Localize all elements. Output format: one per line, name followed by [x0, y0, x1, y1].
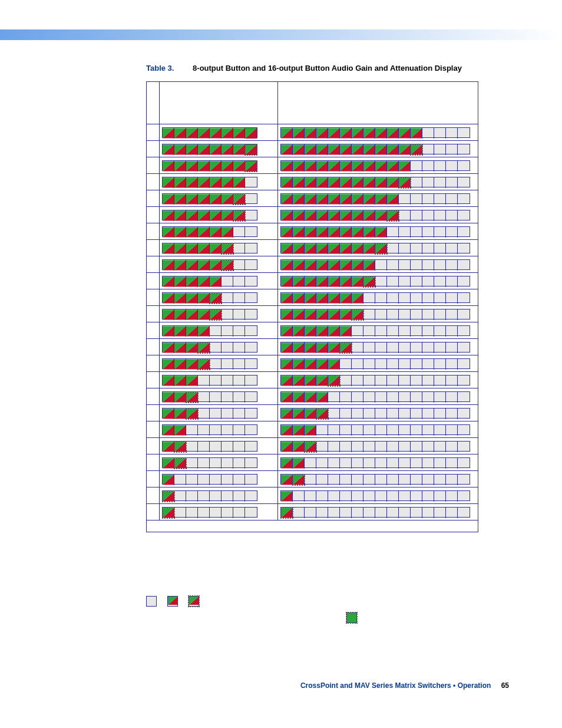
led-cell — [434, 359, 446, 370]
led-cell — [363, 375, 375, 386]
led-cell — [222, 260, 233, 271]
led-cell — [233, 210, 245, 221]
led-cell — [340, 392, 352, 403]
led-cell — [293, 342, 305, 353]
led-cell — [422, 508, 434, 518]
led-cell — [163, 508, 174, 518]
led-cell — [305, 144, 316, 155]
led-cell — [281, 375, 293, 386]
led-cell — [446, 375, 458, 386]
value-cell — [147, 471, 160, 487]
led-cell — [281, 409, 293, 419]
led-cell — [163, 161, 174, 172]
led-cell — [163, 260, 174, 271]
led-cell — [340, 375, 352, 386]
led-cell — [363, 425, 375, 436]
led-cell — [352, 194, 363, 205]
led-cell — [163, 243, 174, 254]
led-cell — [340, 128, 352, 139]
led-cell — [210, 326, 222, 337]
led-cell — [387, 326, 399, 337]
led-cell — [281, 458, 293, 469]
led-cell — [340, 508, 352, 518]
led-cell — [316, 392, 328, 403]
led-cell — [411, 210, 422, 221]
led-cell — [305, 375, 316, 386]
value-cell — [147, 289, 160, 306]
strip-16-cell — [278, 454, 478, 471]
led-strip — [280, 309, 470, 319]
led-strip — [162, 309, 257, 319]
led-cell — [422, 309, 434, 320]
led-cell — [434, 508, 446, 518]
led-cell — [387, 359, 399, 370]
led-cell — [434, 425, 446, 436]
led-cell — [305, 210, 316, 221]
value-cell — [147, 223, 160, 240]
led-cell — [399, 243, 411, 254]
led-cell — [245, 128, 257, 139]
led-cell — [293, 243, 305, 254]
led-cell — [174, 194, 186, 205]
led-cell — [233, 425, 245, 436]
led-cell — [387, 442, 399, 452]
led-cell — [458, 442, 470, 452]
strip-16-cell — [278, 174, 478, 190]
led-cell — [399, 227, 411, 238]
led-cell — [198, 227, 210, 238]
led-cell — [387, 491, 399, 502]
led-cell — [363, 508, 375, 518]
led-cell — [352, 342, 363, 353]
led-cell — [363, 475, 375, 485]
led-cell — [340, 342, 352, 353]
led-cell — [233, 326, 245, 337]
led-strip — [162, 375, 257, 386]
led-cell — [363, 194, 375, 205]
led-cell — [233, 144, 245, 155]
led-cell — [422, 194, 434, 205]
led-cell — [363, 392, 375, 403]
led-strip — [280, 292, 470, 303]
led-cell — [411, 243, 422, 254]
value-cell — [147, 504, 160, 521]
led-strip — [280, 457, 470, 468]
led-cell — [399, 260, 411, 271]
led-cell — [210, 161, 222, 172]
value-cell — [147, 487, 160, 504]
led-strip — [162, 490, 257, 501]
led-cell — [198, 491, 210, 502]
led-cell — [434, 442, 446, 452]
led-cell — [293, 210, 305, 221]
led-cell — [387, 260, 399, 271]
strip-16-cell — [278, 471, 478, 487]
led-strip — [280, 177, 470, 187]
strip-8-cell — [160, 157, 278, 174]
led-cell — [352, 442, 363, 452]
led-cell — [363, 276, 375, 287]
led-cell — [375, 309, 387, 320]
strip-8-cell — [160, 372, 278, 388]
led-cell — [375, 508, 387, 518]
led-cell — [186, 276, 198, 287]
led-cell — [328, 177, 340, 188]
led-cell — [387, 409, 399, 419]
led-cell — [163, 475, 174, 485]
led-cell — [422, 243, 434, 254]
led-cell — [446, 293, 458, 304]
led-cell — [233, 342, 245, 353]
led-cell — [434, 128, 446, 139]
led-cell — [174, 491, 186, 502]
led-cell — [422, 475, 434, 485]
led-cell — [210, 128, 222, 139]
led-cell — [399, 491, 411, 502]
led-cell — [233, 227, 245, 238]
led-cell — [434, 161, 446, 172]
led-cell — [399, 359, 411, 370]
led-cell — [210, 260, 222, 271]
led-cell — [281, 293, 293, 304]
led-cell — [399, 128, 411, 139]
led-cell — [245, 475, 257, 485]
led-cell — [411, 128, 422, 139]
led-cell — [305, 342, 316, 353]
led-cell — [458, 161, 470, 172]
